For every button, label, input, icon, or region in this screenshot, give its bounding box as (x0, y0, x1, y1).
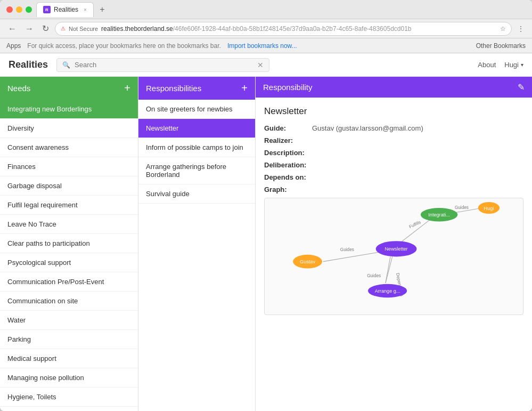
responsibilities-header: Responsibilities + (138, 77, 255, 100)
svg-line-4 (386, 256, 392, 283)
address-bar[interactable]: ⚠ Not Secure realities.theborderland.se/… (55, 22, 512, 36)
search-icon: 🔍 (62, 61, 70, 69)
needs-list: Integrating new BorderlingsDiversityCons… (0, 100, 138, 411)
depends-on-label: Depends on: (264, 173, 312, 181)
guide-field: Guide: Gustav (gustav.larsson@gmail.com) (264, 124, 523, 132)
tab-title: Realities (54, 6, 78, 13)
guide-label: Guide: (264, 124, 312, 132)
detail-header-title: Responsibility (263, 83, 313, 92)
needs-item[interactable]: Communication Pre/Post-Event (0, 272, 138, 292)
needs-item[interactable]: Diversity (0, 119, 138, 138)
needs-item[interactable]: Water (0, 311, 138, 330)
nav-bar: ← → ↻ ⚠ Not Secure realities.theborderla… (0, 19, 532, 38)
user-menu[interactable]: Hugi ▾ (504, 61, 523, 69)
description-field: Description: (264, 149, 523, 157)
responsibility-detail: Responsibility ✎ Newsletter Guide: Gusta… (256, 77, 532, 411)
needs-add-button[interactable]: + (124, 82, 130, 94)
address-icons: ☆ (500, 25, 506, 33)
new-tab-button[interactable]: + (96, 3, 109, 16)
apps-label[interactable]: Apps (6, 42, 21, 50)
svg-text:Guides: Guides (340, 247, 354, 252)
svg-text:Guides: Guides (455, 205, 469, 210)
main-layout: Needs + Integrating new BorderlingsDiver… (0, 77, 532, 411)
refresh-button[interactable]: ↻ (39, 22, 52, 35)
detail-header: Responsibility ✎ (256, 77, 532, 98)
needs-item[interactable]: Leave No Trace (0, 215, 138, 234)
needs-column: Needs + Integrating new BorderlingsDiver… (0, 77, 138, 411)
graph-field: Graph: (264, 186, 523, 194)
minimize-button[interactable] (16, 6, 22, 13)
tab-favicon: R (43, 6, 51, 13)
responsibility-item[interactable]: On site greeters for newbies (138, 100, 255, 119)
needs-item[interactable]: Garbage disposal (0, 176, 138, 196)
extensions-button[interactable]: ⋮ (515, 24, 527, 34)
security-icon: ⚠ (61, 26, 66, 31)
traffic-lights (6, 6, 32, 13)
svg-text:Newsletter: Newsletter (384, 246, 407, 252)
other-bookmarks-label[interactable]: Other Bookmarks (476, 42, 526, 50)
header-links: About Hugi ▾ (478, 61, 523, 69)
responsibility-item[interactable]: Arrange gatherings before Borderland (138, 157, 255, 184)
responsibility-item[interactable]: Inform of possible camps to join (138, 138, 255, 157)
needs-item[interactable]: Hygiene, Toilets (0, 388, 138, 407)
app-logo: Realities (9, 59, 48, 70)
not-secure-label: Not Secure (69, 26, 98, 32)
responsibilities-title: Responsibilities (146, 84, 201, 93)
import-bookmarks-link[interactable]: Import bookmarks now... (227, 42, 297, 50)
needs-item[interactable]: Finances (0, 157, 138, 176)
deliberation-field: Deliberation: (264, 161, 523, 169)
close-button[interactable] (6, 6, 13, 13)
bookmarks-bar: Apps For quick access, place your bookma… (0, 38, 532, 53)
needs-item[interactable]: Parking (0, 330, 138, 349)
maximize-button[interactable] (26, 6, 32, 13)
bookmarks-hint: For quick access, place your bookmarks h… (27, 42, 221, 50)
needs-item[interactable]: Psycological support (0, 253, 138, 272)
needs-item[interactable]: Integrating new Borderlings (0, 100, 138, 119)
needs-title: Needs (7, 84, 30, 93)
search-bar[interactable]: 🔍 ✕ (56, 58, 269, 72)
responsibility-item[interactable]: Newsletter (138, 119, 255, 138)
realizer-field: Realizer: (264, 136, 523, 144)
responsibilities-add-button[interactable]: + (241, 82, 248, 94)
edit-button[interactable]: ✎ (518, 82, 525, 92)
guide-value: Gustav (gustav.larsson@gmail.com) (312, 124, 423, 132)
bookmark-icon[interactable]: ☆ (500, 25, 506, 33)
needs-item[interactable]: Medical support (0, 349, 138, 368)
description-label: Description: (264, 149, 312, 157)
graph-label: Graph: (264, 186, 312, 194)
back-button[interactable]: ← (5, 23, 19, 35)
tab-close-icon[interactable]: × (84, 7, 87, 13)
app-content: Realities 🔍 ✕ About Hugi ▾ Needs + (0, 53, 532, 411)
svg-text:Hugi: Hugi (484, 206, 494, 211)
needs-item[interactable]: Fulfil legal requirement (0, 196, 138, 215)
needs-header: Needs + (0, 77, 138, 100)
needs-item[interactable]: Communication on site (0, 292, 138, 311)
needs-item[interactable]: Consent awareness (0, 138, 138, 157)
depends-on-field: Depends on: (264, 173, 523, 181)
user-name: Hugi (504, 61, 519, 69)
responsibilities-list: On site greeters for newbiesNewsletterIn… (138, 100, 255, 411)
app-header: Realities 🔍 ✕ About Hugi ▾ (0, 53, 532, 77)
responsibility-item[interactable]: Survival guide (138, 184, 255, 204)
detail-body: Newsletter Guide: Gustav (gustav.larsson… (256, 98, 532, 411)
needs-item[interactable]: Clear paths to participation (0, 234, 138, 253)
forward-button[interactable]: → (22, 23, 36, 35)
svg-text:Arrange g...: Arrange g... (375, 288, 400, 294)
svg-text:Guides: Guides (367, 273, 381, 278)
search-input[interactable] (75, 61, 253, 69)
needs-item[interactable]: Managing noise pollution (0, 368, 138, 388)
about-link[interactable]: About (478, 61, 496, 69)
graph-container: Guides Fulfills Guides Guides Depends on… (264, 198, 523, 315)
responsibilities-column: Responsibilities + On site greeters for … (138, 77, 256, 411)
search-clear-icon[interactable]: ✕ (257, 61, 264, 69)
graph-svg: Guides Fulfills Guides Guides Depends on… (265, 198, 523, 315)
realizer-label: Realizer: (264, 136, 312, 144)
detail-title: Newsletter (264, 106, 523, 117)
tab-bar: R Realities × + (36, 2, 526, 17)
address-text: realities.theborderland.se/46fe606f-1928… (101, 25, 497, 33)
active-tab[interactable]: R Realities × (36, 2, 94, 17)
title-bar: R Realities × + (0, 0, 532, 19)
svg-text:Integrati...: Integrati... (428, 212, 450, 217)
svg-text:Gustav: Gustav (300, 259, 315, 264)
user-dropdown-icon: ▾ (521, 62, 523, 68)
